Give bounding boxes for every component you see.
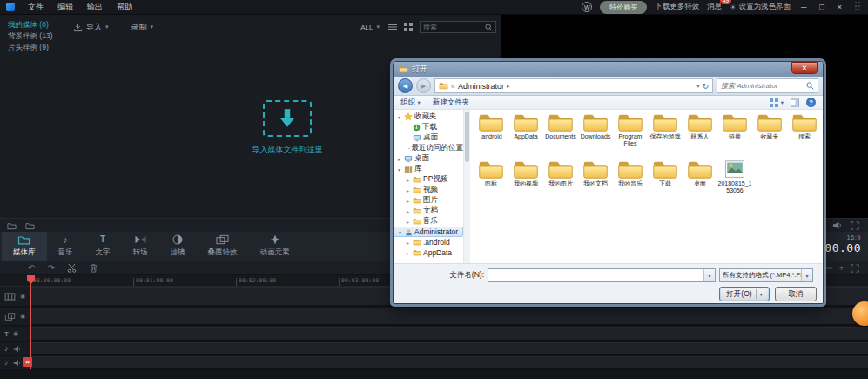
tree-item-desktop-root[interactable]: ▸桌面 [394, 153, 463, 164]
tab-music[interactable]: ♪ 音乐 [47, 232, 84, 261]
file-item[interactable]: Program Files [613, 112, 648, 152]
tree-item-downloads[interactable]: 下载 [394, 122, 463, 132]
open-dropdown-icon[interactable]: ▾ [760, 291, 763, 297]
import-button[interactable]: 导入 ▾ [73, 22, 109, 33]
category-intro-samples[interactable]: 片头样例 (9) [0, 42, 71, 53]
menu-file[interactable]: 文件 [21, 0, 50, 15]
breadcrumb-caret-icon[interactable]: ▸ [507, 83, 510, 90]
tree-item-libraries[interactable]: ▾库 [394, 164, 463, 174]
undo-button[interactable]: ↶ [28, 263, 35, 273]
category-background-samples[interactable]: 背景样例 (13) [0, 30, 71, 42]
menu-help[interactable]: 帮助 [110, 0, 139, 15]
track-lane[interactable] [30, 308, 868, 325]
file-item[interactable]: 我的文档 [578, 159, 613, 199]
purchase-button[interactable]: 特价购买 [600, 1, 647, 14]
tab-overlays[interactable]: 叠覆特效 [197, 232, 249, 261]
breadcrumb-current[interactable]: Administrator [458, 82, 504, 91]
redo-button[interactable]: ↷ [47, 263, 54, 273]
tab-media-library[interactable]: 媒体库 [2, 232, 47, 261]
track-toggle-icon[interactable]: ◉ [20, 293, 25, 300]
menu-edit[interactable]: 编辑 [50, 0, 80, 15]
volume-icon[interactable] [832, 220, 842, 230]
forward-button[interactable]: ▶ [416, 78, 431, 93]
tree-item-recent[interactable]: 最近访问的位置 [394, 143, 463, 153]
fullscreen-icon[interactable] [851, 221, 859, 230]
zoom-in-button[interactable]: + [839, 264, 844, 273]
dropzone-box[interactable] [263, 100, 312, 137]
download-effects-button[interactable]: 下载更多特效 [655, 2, 699, 12]
messages-button[interactable]: 消息49 [707, 2, 722, 12]
track-toggle-icon[interactable]: ◉ [20, 313, 25, 320]
playhead[interactable] [30, 275, 31, 369]
category-my-media[interactable]: 我的媒体 (0) [0, 19, 71, 30]
tree-item-administrator[interactable]: ▾Administrator [394, 227, 463, 237]
new-folder-icon[interactable] [7, 221, 17, 230]
scrollbar-thumb[interactable] [465, 112, 469, 162]
file-item[interactable]: 搜索 [787, 112, 822, 152]
back-button[interactable]: ◀ [398, 78, 413, 93]
filename-dropdown-icon[interactable]: ▾ [703, 269, 715, 281]
track-lane[interactable] [30, 356, 868, 369]
breadcrumb[interactable]: « Administrator ▸ ▾ ↻ [434, 78, 713, 93]
folder-icon[interactable] [25, 221, 35, 230]
tree-item-documents[interactable]: ▸文档 [394, 206, 463, 216]
file-item[interactable]: 我的图片 [543, 159, 578, 199]
fit-timeline-icon[interactable] [851, 264, 859, 273]
filename-input[interactable] [488, 271, 703, 280]
maximize-button[interactable]: □ [817, 3, 826, 11]
dialog-search-input[interactable] [721, 82, 806, 90]
track-mute-icon[interactable] [13, 345, 21, 353]
tab-text[interactable]: T 文字 [84, 232, 122, 261]
theme-toggle-button[interactable]: ☀设置为浅色界面 [730, 2, 791, 12]
file-item[interactable]: Downloads [578, 112, 613, 152]
cancel-button[interactable]: 取消 [775, 287, 817, 301]
breadcrumb-chevrons-icon[interactable]: « [451, 82, 455, 91]
cut-button[interactable] [67, 263, 77, 273]
media-search-input[interactable] [423, 24, 485, 31]
file-item[interactable]: 保存的游戏 [648, 112, 683, 152]
tree-item-music[interactable]: ▸音乐 [394, 216, 463, 227]
filetype-select[interactable]: 所有支持的格式 (*.MP4;*.FLV;* ▾ [719, 268, 813, 282]
help-button[interactable]: ? [806, 98, 816, 107]
file-item[interactable]: 桌面 [683, 159, 717, 199]
file-item[interactable]: AppData [508, 112, 543, 152]
views-button[interactable]: ▾ [770, 98, 784, 107]
track-toggle-icon[interactable]: ◉ [13, 330, 18, 337]
tree-item-desktop[interactable]: 桌面 [394, 132, 463, 143]
file-item[interactable]: 20180815_153056 [717, 159, 752, 199]
file-item[interactable]: 下载 [648, 159, 683, 199]
delete-button[interactable] [89, 263, 98, 273]
menu-export[interactable]: 输出 [80, 0, 110, 15]
tree-item-videos[interactable]: ▸视频 [394, 185, 463, 195]
brand-circle-icon[interactable]: W [582, 2, 592, 12]
file-item[interactable]: .android [474, 112, 508, 152]
file-item[interactable]: 我的音乐 [613, 159, 648, 199]
tree-item-appdata[interactable]: ▸AppData [394, 247, 463, 258]
tree-item-favorites[interactable]: ▾收藏夹 [394, 112, 463, 122]
file-item[interactable]: 收藏夹 [752, 112, 787, 152]
record-button[interactable]: 录制 ▾ [131, 22, 154, 33]
tree-item-pictures[interactable]: ▸图片 [394, 195, 463, 206]
file-item[interactable]: 我的视频 [508, 159, 543, 199]
tree-scrollbar[interactable] [463, 110, 470, 263]
track-mute-icon[interactable] [13, 359, 21, 367]
organize-button[interactable]: 组织 ▾ [400, 98, 421, 108]
open-button[interactable]: 打开(O) ▾ [719, 287, 770, 301]
track-lane[interactable] [30, 342, 868, 355]
refresh-icon[interactable]: ↻ [702, 82, 709, 91]
filter-all-dropdown[interactable]: ALL ▾ [360, 24, 380, 31]
file-item[interactable]: Documents [543, 112, 578, 152]
file-item[interactable]: 联系人 [683, 112, 717, 152]
close-button[interactable]: × [835, 3, 844, 11]
list-view-icon[interactable] [388, 23, 397, 31]
tree-item-android[interactable]: ▸.android [394, 237, 463, 247]
tab-filters[interactable]: 滤镜 [159, 232, 197, 261]
tab-elements[interactable]: 动画元素 [249, 232, 301, 261]
dialog-close-button[interactable]: × [791, 62, 818, 74]
playhead-cut-marker[interactable]: × [23, 357, 32, 367]
dialog-titlebar[interactable]: 打开 × [394, 62, 823, 77]
new-folder-button[interactable]: 新建文件夹 [433, 98, 470, 108]
grid-view-icon[interactable] [404, 23, 413, 31]
minimize-button[interactable]: ─ [798, 3, 809, 11]
file-item[interactable]: 图标 [474, 159, 508, 199]
